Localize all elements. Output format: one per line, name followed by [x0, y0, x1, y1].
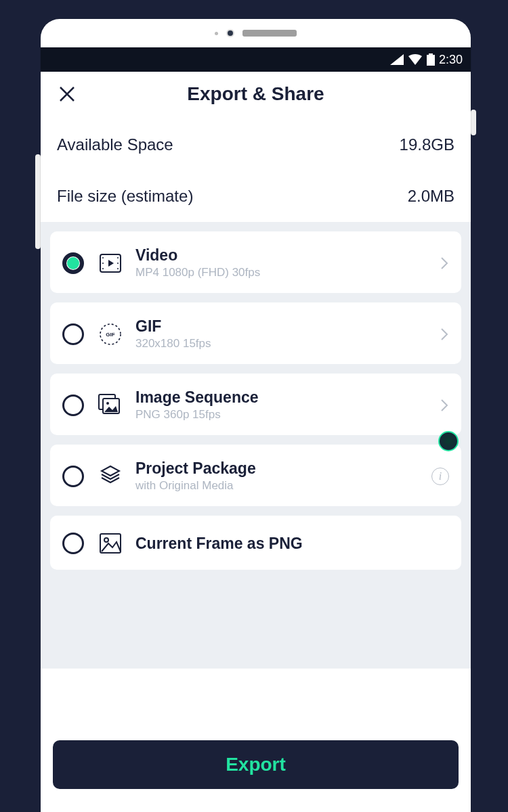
svg-point-4	[102, 263, 104, 264]
status-time: 2:30	[439, 53, 463, 67]
info-block: Available Space 19.8GB File size (estima…	[41, 119, 471, 222]
svg-rect-1	[429, 53, 433, 55]
device-frame: 2:30 Export & Share Available Space 19.8…	[41, 19, 471, 812]
close-button[interactable]	[57, 84, 77, 104]
svg-point-5	[102, 268, 104, 269]
svg-point-7	[117, 263, 119, 264]
file-size-row: File size (estimate) 2.0MB	[57, 171, 454, 222]
option-subtitle: PNG 360p 15fps	[135, 408, 440, 422]
svg-point-8	[117, 268, 119, 269]
option-subtitle: with Original Media	[135, 479, 431, 493]
option-title: Project Package	[135, 459, 431, 478]
available-space-value: 19.8GB	[400, 135, 454, 154]
chevron-right-icon	[440, 327, 449, 342]
option-current-frame[interactable]: Current Frame as PNG	[50, 516, 461, 570]
image-icon	[98, 531, 123, 556]
option-title: GIF	[135, 317, 440, 336]
svg-text:GIF: GIF	[106, 332, 114, 338]
svg-point-3	[102, 257, 104, 258]
chevron-right-icon	[440, 256, 449, 271]
chevron-right-icon	[440, 398, 449, 413]
wifi-icon	[408, 54, 423, 65]
radio-gif[interactable]	[62, 323, 84, 345]
option-title: Current Frame as PNG	[135, 535, 449, 553]
svg-point-13	[106, 402, 109, 405]
option-image-sequence[interactable]: Image Sequence PNG 360p 15fps	[50, 374, 461, 435]
battery-icon	[427, 53, 435, 66]
close-icon	[58, 85, 76, 103]
option-gif[interactable]: GIF GIF 320x180 15fps	[50, 302, 461, 364]
option-video[interactable]: Video MP4 1080p (FHD) 30fps	[50, 231, 461, 293]
video-icon	[98, 250, 123, 276]
feature-badge-icon	[438, 431, 459, 451]
radio-video[interactable]	[62, 252, 84, 274]
info-icon[interactable]: i	[431, 468, 449, 485]
page-title: Export & Share	[41, 83, 471, 105]
gif-icon: GIF	[98, 321, 123, 347]
file-size-value: 2.0MB	[408, 187, 454, 206]
available-space-row: Available Space 19.8GB	[57, 119, 454, 171]
svg-point-15	[104, 538, 108, 542]
image-sequence-icon	[98, 392, 123, 418]
option-title: Video	[135, 246, 440, 265]
option-title: Image Sequence	[135, 388, 440, 407]
option-subtitle: MP4 1080p (FHD) 30fps	[135, 266, 440, 279]
export-button[interactable]: Export	[53, 740, 459, 789]
hardware-bar	[41, 19, 471, 47]
available-space-label: Available Space	[57, 135, 173, 154]
package-icon	[98, 464, 123, 489]
export-options-list[interactable]: Video MP4 1080p (FHD) 30fps GIF GIF 320x…	[41, 222, 471, 669]
header: Export & Share	[41, 72, 471, 119]
file-size-label: File size (estimate)	[57, 187, 193, 206]
footer-bar: Export	[50, 734, 461, 812]
svg-rect-0	[427, 55, 435, 66]
radio-image-sequence[interactable]	[62, 394, 84, 416]
radio-project-package[interactable]	[62, 466, 84, 487]
cell-signal-icon	[390, 54, 404, 65]
option-subtitle: 320x180 15fps	[135, 337, 440, 351]
radio-current-frame[interactable]	[62, 533, 84, 554]
status-bar: 2:30	[41, 47, 471, 72]
svg-point-6	[117, 257, 119, 258]
option-project-package[interactable]: Project Package with Original Media i	[50, 445, 461, 506]
